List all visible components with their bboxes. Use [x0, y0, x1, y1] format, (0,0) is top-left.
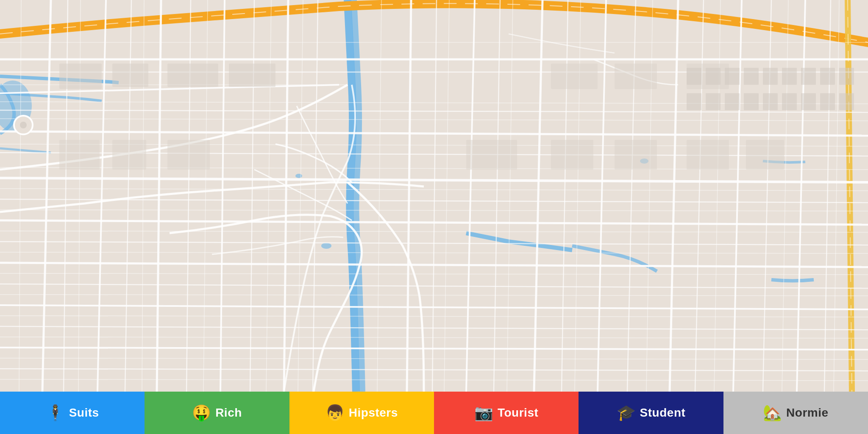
map-canvas[interactable] [0, 0, 868, 392]
normie-emoji: 🏡 [763, 405, 782, 420]
student-label: Student [640, 406, 686, 420]
svg-rect-104 [706, 93, 721, 110]
svg-rect-87 [112, 140, 146, 170]
hipsters-label: Hipsters [349, 406, 398, 420]
svg-rect-91 [615, 140, 657, 170]
svg-rect-94 [687, 68, 701, 85]
map-container: 🕴 Suits 🤑 Rich 👦 Hipsters 📷 Tourist 🎓 St… [0, 0, 868, 434]
svg-rect-99 [782, 68, 797, 85]
svg-rect-79 [59, 64, 102, 89]
hipsters-emoji: 👦 [326, 405, 345, 420]
svg-point-3 [321, 243, 331, 249]
svg-rect-88 [167, 140, 210, 170]
tab-student[interactable]: 🎓 Student [579, 392, 723, 434]
svg-rect-93 [746, 140, 784, 170]
svg-rect-83 [551, 64, 598, 89]
student-emoji: 🎓 [617, 405, 636, 420]
svg-rect-110 [820, 93, 835, 110]
svg-rect-101 [820, 68, 835, 85]
svg-rect-97 [744, 68, 759, 85]
tourist-label: Tourist [498, 406, 538, 420]
rich-label: Rich [215, 406, 242, 420]
svg-rect-92 [687, 140, 729, 170]
tab-suits[interactable]: 🕴 Suits [0, 392, 145, 434]
svg-rect-108 [782, 93, 797, 110]
svg-rect-103 [687, 93, 701, 110]
svg-rect-90 [551, 140, 593, 170]
tab-normie[interactable]: 🏡 Normie [723, 392, 868, 434]
svg-rect-86 [59, 140, 100, 170]
svg-rect-96 [725, 68, 740, 85]
tab-rich[interactable]: 🤑 Rich [145, 392, 289, 434]
svg-rect-98 [763, 68, 778, 85]
svg-point-2 [295, 174, 302, 178]
tab-hipsters[interactable]: 👦 Hipsters [289, 392, 434, 434]
svg-rect-81 [167, 64, 218, 87]
suits-emoji: 🕴 [46, 405, 65, 420]
normie-label: Normie [786, 406, 828, 420]
suits-label: Suits [69, 406, 99, 420]
svg-rect-107 [763, 93, 778, 110]
svg-rect-80 [112, 64, 148, 87]
svg-rect-89 [466, 140, 517, 170]
svg-rect-82 [229, 64, 275, 87]
bottom-nav: 🕴 Suits 🤑 Rich 👦 Hipsters 📷 Tourist 🎓 St… [0, 392, 868, 434]
svg-rect-84 [615, 64, 657, 89]
svg-point-78 [20, 122, 27, 128]
tab-tourist[interactable]: 📷 Tourist [434, 392, 579, 434]
svg-rect-95 [706, 68, 721, 85]
tourist-emoji: 📷 [474, 405, 493, 420]
svg-rect-100 [801, 68, 816, 85]
svg-rect-111 [839, 93, 854, 110]
svg-rect-102 [839, 68, 854, 85]
rich-emoji: 🤑 [192, 405, 211, 420]
svg-rect-105 [725, 93, 740, 110]
svg-rect-106 [744, 93, 759, 110]
svg-rect-109 [801, 93, 816, 110]
